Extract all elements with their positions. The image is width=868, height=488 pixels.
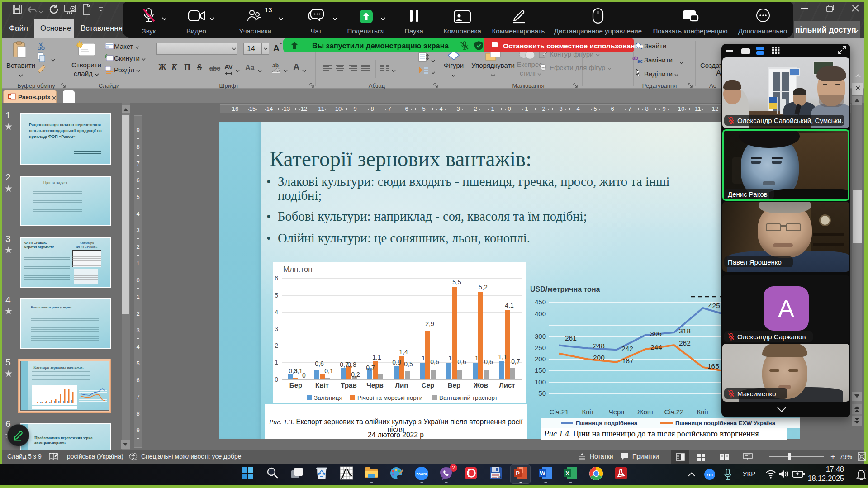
svg-text:X: X	[565, 470, 569, 477]
svg-text:z: z	[864, 469, 866, 472]
svg-text:W: W	[540, 470, 545, 477]
svg-text:64: 64	[498, 476, 502, 479]
svg-text:zm: zm	[707, 472, 713, 477]
svg-text:zoom: zoom	[416, 472, 427, 476]
svg-text:P: P	[516, 470, 520, 477]
